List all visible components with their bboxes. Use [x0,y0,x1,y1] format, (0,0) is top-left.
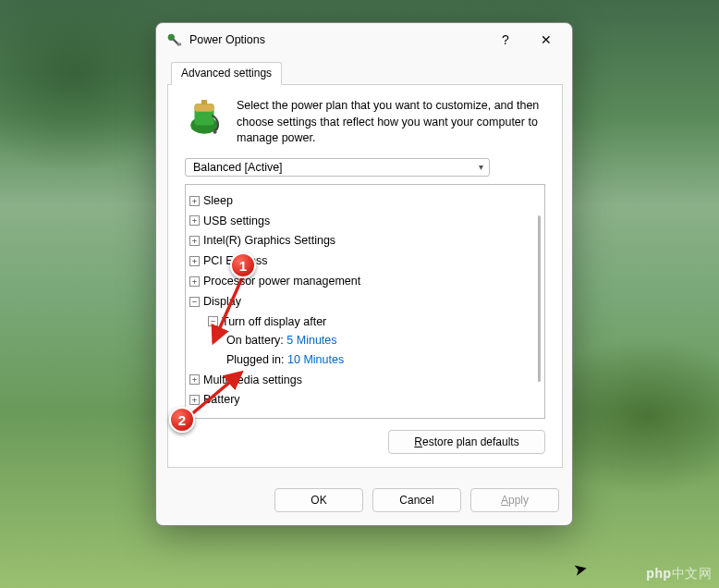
help-button[interactable]: ? [485,26,526,54]
annotation-marker-1: 1 [230,252,256,278]
collapse-icon[interactable]: − [208,316,218,326]
svg-rect-5 [201,100,207,104]
tree-node-pci[interactable]: +PCI Express [189,251,267,271]
apply-button[interactable]: Apply [470,488,559,512]
restore-defaults-button[interactable]: Restore plan defaults [388,430,545,454]
cancel-button[interactable]: Cancel [372,488,461,512]
power-plug-icon [165,31,182,48]
scrollbar-thumb[interactable] [538,215,541,382]
tree-leaf-plugged-in[interactable]: Plugged in: 10 Minutes [226,350,541,370]
expand-icon[interactable]: + [189,256,200,266]
ok-button[interactable]: OK [274,488,363,512]
tree-node-graphics[interactable]: +Intel(R) Graphics Settings [189,231,335,251]
titlebar[interactable]: Power Options ? ✕ [156,23,572,56]
tab-panel: Select the power plan that you want to c… [167,85,563,468]
expand-icon[interactable]: + [189,215,200,226]
chevron-down-icon: ▾ [479,162,483,172]
dialog-footer: OK Cancel Apply [156,479,572,525]
tab-advanced-settings[interactable]: Advanced settings [171,62,282,85]
tree-node-multimedia[interactable]: +Multimedia settings [189,371,302,390]
tree-node-display[interactable]: −Display [189,292,241,312]
value-on-battery[interactable]: 5 Minutes [286,334,336,347]
collapse-icon[interactable]: − [189,297,200,307]
value-plugged-in[interactable]: 10 Minutes [287,353,344,366]
tree-node-sleep[interactable]: +Sleep [189,191,233,211]
power-battery-icon [185,98,224,137]
tree-node-turn-off-display[interactable]: −Turn off display after [208,312,326,332]
svg-rect-1 [177,43,182,46]
watermark: php中文网 [646,566,712,582]
tree-node-processor[interactable]: +Processor power management [189,272,360,291]
tab-bar: Advanced settings [167,62,563,85]
close-button[interactable]: ✕ [526,26,567,54]
expand-icon[interactable]: + [189,276,200,287]
restore-label-rest: estore plan defaults [422,435,519,448]
expand-icon[interactable]: + [189,374,200,385]
expand-icon[interactable]: + [189,196,200,206]
expand-icon[interactable]: + [189,395,200,405]
svg-point-6 [213,130,216,134]
tree-node-battery[interactable]: +Battery [189,390,240,410]
expand-icon[interactable]: + [189,236,200,246]
power-options-dialog: Power Options ? ✕ Advanced settings [155,22,573,526]
tree-leaf-on-battery[interactable]: On battery: 5 Minutes [226,331,541,350]
power-plan-select[interactable]: Balanced [Active] ▾ [185,158,490,177]
annotation-marker-2: 2 [169,407,195,433]
intro-text: Select the power plan that you want to c… [237,98,545,147]
power-plan-selected: Balanced [Active] [193,161,283,174]
svg-rect-4 [195,104,214,111]
tree-node-usb[interactable]: +USB settings [189,212,270,231]
window-title: Power Options [189,33,265,46]
settings-tree[interactable]: +Sleep +USB settings +Intel(R) Graphics … [185,184,545,419]
tree-scrollbar[interactable] [537,188,542,415]
